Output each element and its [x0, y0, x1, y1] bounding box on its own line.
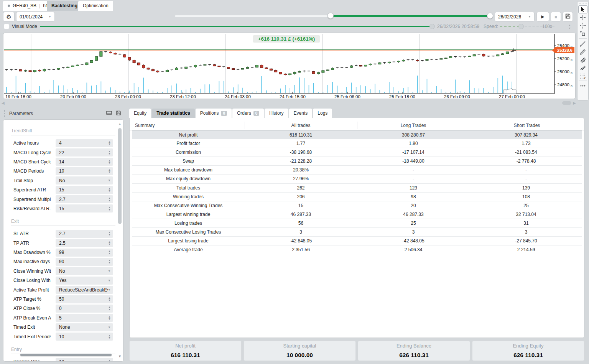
- progress-timeline-thumb[interactable]: [429, 24, 435, 29]
- chart-scroll-right-icon[interactable]: ▶: [573, 101, 576, 105]
- spinner-arrows-icon[interactable]: ▲▼: [108, 150, 111, 155]
- stats-tab-orders[interactable]: Orders0: [232, 109, 264, 118]
- fibonacci-grid-icon[interactable]: F: [578, 72, 587, 80]
- parameter-dropdown[interactable]: No▼: [56, 176, 113, 184]
- progress-timeline[interactable]: [40, 26, 430, 27]
- spinner-arrows-icon[interactable]: ▲▼: [108, 160, 111, 164]
- spinner-arrows-icon[interactable]: ▲▼: [108, 206, 111, 211]
- stats-tab-history[interactable]: History: [265, 109, 288, 118]
- chart-scrollbar-thumb[interactable]: [562, 101, 571, 105]
- parameters-scroll-down-icon[interactable]: ▼: [118, 354, 122, 358]
- parameter-spinner[interactable]: 22▲▼: [56, 148, 113, 156]
- parameter-spinner[interactable]: 50▲▼: [56, 295, 113, 303]
- crosshair-snap-icon[interactable]: [578, 21, 587, 30]
- spinner-arrows-icon[interactable]: ▲▼: [108, 306, 111, 311]
- parameters-hscrollbar-thumb[interactable]: [20, 354, 112, 356]
- save-results-button[interactable]: [563, 12, 573, 21]
- parameter-spinner[interactable]: 90▲▼: [56, 258, 113, 266]
- spinner-arrows-icon[interactable]: ▲▼: [108, 169, 111, 173]
- period-slider-thumb-start[interactable]: [327, 13, 334, 19]
- more-icon[interactable]: [578, 82, 587, 90]
- parameter-spinner[interactable]: 10▲▼: [56, 358, 113, 362]
- parameter-spinner[interactable]: 15▲▼: [56, 186, 113, 194]
- speed-slider-active[interactable]: [500, 26, 519, 27]
- fib-channel-icon[interactable]: [578, 64, 587, 72]
- spinner-arrows-icon[interactable]: ▲▼: [108, 259, 111, 264]
- stats-tab-events[interactable]: Events: [289, 109, 313, 118]
- spinner-arrows-icon[interactable]: ▲▼: [108, 359, 111, 362]
- table-row[interactable]: Max balance drawdown20.38%--: [132, 166, 582, 175]
- tab-optimisation[interactable]: Optimisation: [78, 1, 113, 11]
- stats-tab-equity[interactable]: Equity: [129, 109, 151, 118]
- settings-button[interactable]: ⚙: [3, 12, 15, 21]
- parameter-spinner[interactable]: 2.7▲▼: [56, 195, 113, 203]
- parameter-dropdown[interactable]: No▼: [56, 267, 113, 275]
- spinner-arrows-icon[interactable]: ▲▼: [108, 141, 111, 145]
- table-row[interactable]: Swap-21 228.28-18 449.80-2 778.48: [132, 157, 582, 166]
- table-row[interactable]: Max Consecutive Losing Trades333: [132, 228, 582, 237]
- stats-tab-positions[interactable]: Positions0: [196, 109, 232, 118]
- parameter-spinner[interactable]: 10▲▼: [56, 167, 113, 175]
- parameters-scrollbar-thumb[interactable]: [118, 128, 122, 224]
- start-date-select[interactable]: 01/01/2024 ▼: [16, 12, 55, 21]
- parameter-dropdown[interactable]: Yes▼: [56, 277, 113, 285]
- parameter-spinner[interactable]: 2.5▲▼: [56, 239, 113, 247]
- anchor-point-icon[interactable]: [578, 30, 587, 38]
- spinner-arrows-icon[interactable]: ▲▼: [108, 316, 111, 320]
- table-row[interactable]: Total trades262123139: [132, 184, 582, 193]
- parameters-scroll-up-icon[interactable]: ▲: [118, 122, 122, 126]
- period-slider-thumb-end[interactable]: [487, 13, 493, 19]
- fib-retracement-icon[interactable]: [578, 56, 587, 64]
- stats-tab-logs[interactable]: Logs: [313, 109, 332, 118]
- end-date-select[interactable]: 26/02/2026 ▼: [495, 12, 535, 21]
- price-chart[interactable]: 19 Feb 18:0020 Feb 09:0023 Feb 00:0023 F…: [3, 33, 575, 99]
- table-row[interactable]: Largest losing trade-42 848.05-42 848.05…: [132, 237, 582, 245]
- parameter-spinner[interactable]: 99▲▼: [56, 249, 113, 257]
- table-row[interactable]: Max equity drawdown27.96%--: [132, 175, 582, 183]
- table-row[interactable]: Average trade2 351.562 506.342 214.59: [132, 245, 582, 254]
- parameters-grip-handle[interactable]: [4, 110, 6, 117]
- dock-panel-icon[interactable]: [106, 110, 112, 117]
- parameter-spinner[interactable]: 5▲▼: [56, 314, 113, 322]
- parameter-dropdown[interactable]: None▼: [56, 323, 113, 331]
- spinner-arrows-icon[interactable]: ▲▼: [108, 197, 111, 202]
- instrument-tab[interactable]: GER40_SB | h1: [3, 1, 53, 11]
- spinner-arrows-icon[interactable]: ▲▼: [108, 241, 111, 245]
- trendline-icon[interactable]: [578, 40, 587, 48]
- spinner-arrows-icon[interactable]: ▲▼: [108, 334, 111, 339]
- table-row[interactable]: Max Consecutive Winning Trades152025: [132, 201, 582, 210]
- parameter-spinner[interactable]: 2.7▲▼: [56, 230, 113, 238]
- speed-slider-thumb[interactable]: [518, 24, 524, 29]
- crosshair-icon[interactable]: [578, 13, 587, 21]
- cursor-icon[interactable]: [578, 5, 587, 13]
- spinner-arrows-icon[interactable]: ▲▼: [108, 188, 111, 192]
- table-row[interactable]: Losing trades562531: [132, 219, 582, 228]
- parameter-spinner[interactable]: 14▲▼: [56, 158, 113, 166]
- chart-scroll-left-icon[interactable]: ◀: [2, 101, 5, 105]
- stop-button[interactable]: ■: [551, 12, 561, 21]
- parameter-spinner[interactable]: 15▲▼: [56, 204, 113, 212]
- table-row[interactable]: Largest winning trade46 287.3346 287.333…: [132, 210, 582, 219]
- save-parameters-icon[interactable]: [116, 110, 121, 117]
- table-row[interactable]: Commission-38 190.68-17 107.14-21 083.54: [132, 148, 582, 157]
- table-row[interactable]: Net profit616 110.31308 280.97307 829.34: [132, 130, 582, 139]
- parameter-spinner[interactable]: 0▲▼: [56, 305, 113, 313]
- spinner-arrows-icon[interactable]: ▲▼: [108, 231, 111, 236]
- toolbar-grip-handle[interactable]: [579, 3, 587, 5]
- stats-tab-trade-statistics[interactable]: Trade statistics: [152, 109, 194, 118]
- speed-stepper[interactable]: ▲▼: [568, 24, 571, 30]
- table-row[interactable]: Winning trades20698108: [132, 193, 582, 201]
- svg-text:F: F: [584, 77, 586, 79]
- tab-row: GER40_SB | h1 Backtesting Optimisation: [0, 0, 589, 11]
- parameter-dropdown[interactable]: ReduceSizeAndBreakEven▼: [56, 286, 113, 294]
- tab-backtesting[interactable]: Backtesting: [47, 1, 82, 11]
- parameter-spinner[interactable]: 10▲▼: [56, 333, 113, 341]
- visual-mode-checkbox[interactable]: [4, 24, 9, 29]
- summary-card-label: Ending Balance: [358, 343, 470, 349]
- play-button[interactable]: ▶: [536, 12, 549, 21]
- parameter-spinner[interactable]: 4▲▼: [56, 139, 113, 147]
- pencil-icon[interactable]: [578, 48, 587, 56]
- spinner-arrows-icon[interactable]: ▲▼: [108, 250, 111, 255]
- table-row[interactable]: Profit factor1.771.801.73: [132, 139, 582, 148]
- spinner-arrows-icon[interactable]: ▲▼: [108, 297, 111, 301]
